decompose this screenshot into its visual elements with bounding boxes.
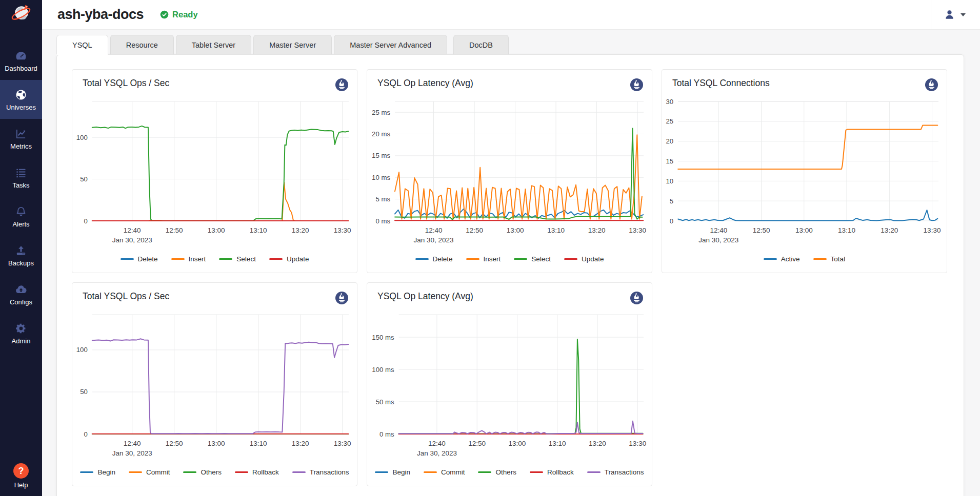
legend-swatch — [813, 258, 827, 260]
x-tick-label: 13:10 — [250, 226, 267, 234]
sidebar: DashboardUniversesMetricsTasksAlertsBack… — [0, 0, 42, 496]
chart-plot: 0 ms5 ms10 ms15 ms20 ms25 ms12:4012:5013… — [367, 93, 653, 245]
legend-item-delete[interactable]: Delete — [121, 255, 158, 263]
prometheus-icon[interactable] — [335, 78, 349, 92]
chart-plot: 05101520253012:4012:5013:0013:1013:2013:… — [662, 93, 948, 245]
x-tick-label: 13:00 — [507, 226, 524, 234]
sidebar-item-tasks[interactable]: Tasks — [0, 158, 42, 197]
sidebar-item-backups[interactable]: Backups — [0, 236, 42, 275]
y-tick-label: 100 — [76, 134, 88, 141]
legend-label: Commit — [441, 468, 465, 476]
y-tick-label: 5 ms — [375, 195, 390, 203]
sidebar-item-universes[interactable]: Universes — [0, 80, 42, 119]
chart-line-icon — [14, 127, 28, 140]
tab-resource[interactable]: Resource — [110, 35, 174, 54]
header: ash-yba-docs Ready — [42, 0, 980, 30]
legend-swatch — [292, 471, 306, 473]
legend-swatch — [235, 471, 248, 473]
legend-item-rollback[interactable]: Rollback — [530, 468, 574, 476]
legend-item-insert[interactable]: Insert — [171, 255, 206, 263]
x-tick-label: 13:30 — [334, 440, 351, 447]
x-tick-label: 13:10 — [547, 226, 565, 234]
user-icon — [944, 9, 955, 20]
legend-item-begin[interactable]: Begin — [375, 468, 410, 476]
y-tick-label: 15 — [666, 157, 674, 165]
sidebar-item-label: Help — [14, 481, 28, 489]
prometheus-icon[interactable] — [925, 78, 938, 92]
sidebar-item-configs[interactable]: Configs — [0, 275, 42, 314]
sidebar-item-dashboard[interactable]: Dashboard — [0, 41, 42, 80]
legend-item-commit[interactable]: Commit — [129, 468, 170, 476]
legend-swatch — [587, 471, 601, 473]
legend-item-begin[interactable]: Begin — [80, 468, 115, 476]
legend-item-delete[interactable]: Delete — [415, 255, 453, 263]
series-line-transactions — [92, 339, 348, 433]
tab-label: Master Server Advanced — [350, 41, 431, 49]
legend-swatch — [171, 258, 185, 260]
prometheus-icon[interactable] — [630, 291, 644, 305]
y-tick-label: 20 ms — [372, 130, 390, 138]
x-tick-label: 12:50 — [166, 440, 183, 447]
tab-tablet-server[interactable]: Tablet Server — [176, 35, 251, 54]
tab-ysql[interactable]: YSQL — [56, 35, 108, 54]
legend-item-transactions[interactable]: Transactions — [587, 468, 644, 476]
legend-label: Delete — [433, 255, 453, 263]
sidebar-item-admin[interactable]: Admin — [0, 314, 42, 353]
tab-master-server-advanced[interactable]: Master Server Advanced — [334, 35, 447, 54]
tab-master-server[interactable]: Master Server — [253, 35, 332, 54]
x-axis-date-label: Jan 30, 2023 — [417, 449, 457, 457]
y-tick-label: 25 — [666, 117, 674, 125]
legend-item-active[interactable]: Active — [764, 255, 800, 263]
legend-label: Select — [531, 255, 551, 263]
series-line-select — [92, 126, 348, 221]
x-tick-label: 13:20 — [588, 226, 606, 234]
x-tick-label: 12:50 — [753, 226, 770, 234]
x-tick-label: 13:30 — [334, 226, 351, 234]
prometheus-icon[interactable] — [630, 78, 644, 92]
legend-swatch — [80, 471, 93, 473]
legend-item-select[interactable]: Select — [219, 255, 256, 263]
sidebar-item-help[interactable]: ? Help — [0, 463, 42, 489]
legend-item-total[interactable]: Total — [813, 255, 846, 263]
page-title: ash-yba-docs — [57, 7, 144, 23]
legend-item-transactions[interactable]: Transactions — [292, 468, 349, 476]
legend-label: Transactions — [310, 468, 349, 476]
app-logo[interactable] — [0, 0, 42, 30]
legend-item-select[interactable]: Select — [514, 255, 551, 263]
dashboard-icon — [14, 49, 28, 63]
sidebar-nav: DashboardUniversesMetricsTasksAlertsBack… — [0, 41, 42, 353]
tab-label: Master Server — [269, 41, 316, 49]
user-menu-button[interactable] — [931, 0, 980, 29]
legend-item-rollback[interactable]: Rollback — [235, 468, 279, 476]
legend-label: Commit — [146, 468, 170, 476]
y-tick-label: 15 ms — [372, 152, 390, 159]
legend-item-insert[interactable]: Insert — [466, 255, 501, 263]
chart-card-header: YSQL Op Latency (Avg) — [367, 70, 652, 93]
x-tick-label: 12:40 — [425, 226, 443, 234]
legend-label: Active — [781, 255, 800, 263]
chart-plot: 05010012:4012:5013:0013:1013:2013:30Jan … — [72, 93, 358, 245]
y-tick-label: 100 — [76, 346, 88, 354]
prometheus-icon[interactable] — [335, 291, 349, 305]
y-tick-label: 0 — [670, 217, 673, 225]
legend-item-others[interactable]: Others — [183, 468, 222, 476]
sidebar-item-metrics[interactable]: Metrics — [0, 119, 42, 158]
legend-swatch — [530, 471, 543, 473]
legend-swatch — [269, 258, 283, 260]
x-tick-label: 13:20 — [292, 440, 309, 447]
legend-swatch — [219, 258, 232, 260]
series-line-transactions — [399, 421, 643, 434]
legend-item-update[interactable]: Update — [269, 255, 309, 263]
sidebar-item-alerts[interactable]: Alerts — [0, 197, 42, 236]
legend-swatch — [183, 471, 196, 473]
y-tick-label: 30 — [666, 98, 674, 106]
tab-docdb[interactable]: DocDB — [453, 35, 509, 54]
x-tick-label: 13:10 — [838, 226, 855, 234]
x-tick-label: 12:40 — [428, 440, 446, 447]
legend-item-others[interactable]: Others — [478, 468, 516, 476]
y-tick-label: 0 — [84, 430, 87, 438]
chart-card: YSQL Op Latency (Avg)0 ms50 ms100 ms150 … — [367, 282, 652, 486]
chart-legend: ActiveTotal — [662, 245, 947, 273]
legend-item-update[interactable]: Update — [564, 255, 604, 263]
legend-item-commit[interactable]: Commit — [424, 468, 465, 476]
